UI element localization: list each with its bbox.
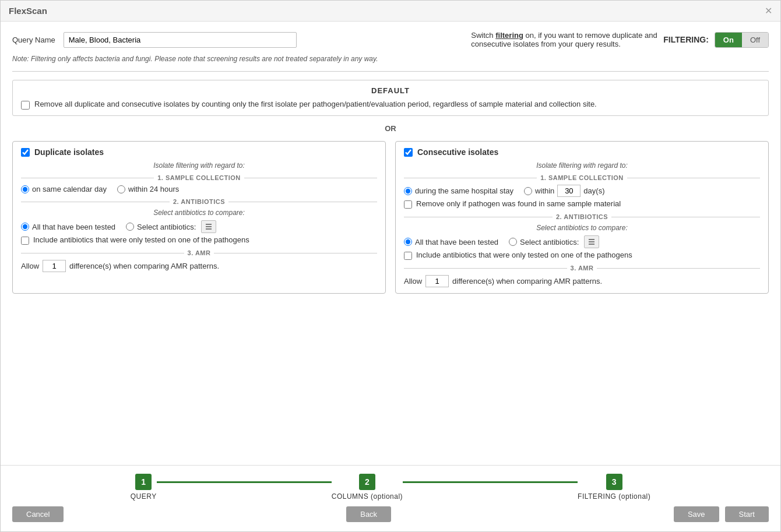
duplicate-radio-same-day-label: on same calendar day — [32, 185, 107, 193]
main-window: FlexScan ✕ Query Name Switch filtering o… — [0, 0, 781, 532]
default-checkbox-label: Remove all duplicate and consecutive iso… — [34, 100, 597, 108]
consecutive-allow-post: difference(s) when comparing AMR pattern… — [452, 277, 602, 286]
consecutive-select-antibiotics-button[interactable] — [584, 235, 599, 248]
duplicate-allow-input[interactable] — [43, 260, 66, 272]
duplicate-include-checkbox[interactable] — [21, 237, 29, 245]
duplicate-radio-select-ab-label: Select antibiotics: — [137, 223, 196, 231]
start-button[interactable]: Start — [725, 506, 769, 522]
step-2-num: 2 — [359, 474, 375, 490]
consecutive-include-checkbox-row: Include antibiotics that were only teste… — [404, 251, 760, 260]
duplicate-select-antibiotics-button[interactable] — [201, 220, 216, 233]
default-checkbox[interactable] — [21, 101, 30, 110]
step-2-label: COLUMNS (optional) — [332, 492, 403, 501]
duplicate-section3-header: 3. AMR — [21, 249, 377, 256]
duplicate-radio-select-ab: Select antibiotics: — [126, 220, 216, 233]
toggle-off-button[interactable]: Off — [742, 33, 768, 47]
consecutive-within-days-input[interactable] — [557, 185, 581, 197]
step-line-1 — [157, 481, 332, 483]
step-1-num: 1 — [135, 474, 152, 490]
duplicate-allow-row: Allow difference(s) when comparing AMR p… — [21, 260, 377, 272]
duplicate-panel-title-row: Duplicate isolates — [21, 147, 377, 157]
query-name-input[interactable] — [64, 32, 297, 48]
consecutive-radio-select-ab-input[interactable] — [509, 238, 517, 246]
duplicate-radio-all-tested-input[interactable] — [21, 223, 29, 231]
consecutive-allow-input[interactable] — [425, 275, 449, 287]
step-3: 3 FILTERING (optional) — [578, 474, 650, 501]
consecutive-section3-header: 3. AMR — [404, 265, 760, 272]
consecutive-panel: Consecutive isolates Isolate filtering w… — [395, 141, 769, 294]
step-1-label: QUERY — [131, 492, 157, 501]
default-section: DEFAULT Remove all duplicate and consecu… — [12, 80, 769, 116]
duplicate-radio-same-day-input[interactable] — [21, 185, 29, 193]
duplicate-include-label: Include antibiotics that were only teste… — [33, 235, 249, 244]
consecutive-checkbox[interactable] — [404, 148, 413, 157]
back-button[interactable]: Back — [346, 506, 391, 522]
duplicate-radio-select-ab-input[interactable] — [126, 223, 134, 231]
duplicate-panel-title: Duplicate isolates — [34, 147, 104, 157]
or-label: OR — [12, 124, 769, 133]
consecutive-antibiotics-label: Select antibiotics to compare: — [404, 224, 760, 232]
consecutive-radio-select-ab-label: Select antibiotics: — [520, 238, 579, 246]
consecutive-italic-label: Isolate filtering with regard to: — [404, 161, 760, 170]
close-button[interactable]: ✕ — [765, 5, 772, 16]
consecutive-radio-within-label: within — [535, 186, 554, 195]
consecutive-include-checkbox[interactable] — [404, 252, 412, 260]
step-1: 1 QUERY — [131, 474, 157, 501]
consecutive-section2-header: 2. ANTIBIOTICS — [404, 213, 760, 220]
query-name-label: Query Name — [12, 36, 55, 44]
step-3-label: FILTERING (optional) — [578, 492, 650, 501]
consecutive-radio-select-ab: Select antibiotics: — [509, 235, 599, 248]
consecutive-panel-title-row: Consecutive isolates — [404, 147, 760, 157]
duplicate-radio-24h-input[interactable] — [117, 185, 125, 193]
consecutive-radio-same-stay: during the same hospital stay — [404, 186, 513, 195]
center-btn-group: Back — [64, 506, 673, 522]
filter-switch-area: Switch filtering on, if you want to remo… — [471, 31, 769, 48]
consecutive-within-unit: day(s) — [583, 186, 604, 195]
consecutive-panel-title: Consecutive isolates — [417, 147, 498, 157]
duplicate-panel: Duplicate isolates Isolate filtering wit… — [12, 141, 386, 294]
consecutive-radio-all-tested: All that have been tested — [404, 238, 498, 246]
duplicate-antibiotics-radio-row: All that have been tested Select antibio… — [21, 220, 377, 233]
duplicate-section2-header: 2. ANTIBIOTICS — [21, 198, 377, 205]
consecutive-sample-radio-row: during the same hospital stay within day… — [404, 185, 760, 197]
consecutive-radio-same-stay-input[interactable] — [404, 187, 412, 195]
duplicate-radio-24h-label: within 24 hours — [128, 185, 179, 193]
duplicate-checkbox[interactable] — [21, 148, 30, 157]
consecutive-allow-row: Allow difference(s) when comparing AMR p… — [404, 275, 760, 287]
steps-row: 1 QUERY 2 COLUMNS (optional) 3 FILTERING… — [12, 474, 769, 501]
consecutive-remove-checkbox-row: Remove only if pathogen was found in sam… — [404, 199, 760, 209]
duplicate-radio-all-tested: All that have been tested — [21, 223, 115, 231]
footer: 1 QUERY 2 COLUMNS (optional) 3 FILTERING… — [1, 465, 780, 531]
duplicate-allow-pre: Allow — [21, 262, 39, 270]
filter-description: Switch filtering on, if you want to remo… — [471, 31, 657, 48]
save-button[interactable]: Save — [674, 506, 719, 522]
consecutive-radio-all-tested-label: All that have been tested — [415, 238, 498, 246]
cancel-button[interactable]: Cancel — [12, 506, 64, 522]
window-title: FlexScan — [9, 6, 47, 16]
list-icon-2 — [587, 238, 596, 246]
divider-1 — [12, 71, 769, 72]
toggle-on-button[interactable]: On — [715, 33, 742, 47]
step-2: 2 COLUMNS (optional) — [332, 474, 403, 501]
title-bar: FlexScan ✕ — [1, 1, 780, 22]
consecutive-radio-all-tested-input[interactable] — [404, 238, 412, 246]
main-content: Query Name Switch filtering on, if you w… — [1, 22, 780, 465]
duplicate-italic-label: Isolate filtering with regard to: — [21, 161, 377, 170]
duplicate-sample-radio-row: on same calendar day within 24 hours — [21, 185, 377, 193]
default-title: DEFAULT — [21, 86, 760, 95]
duplicate-radio-24h: within 24 hours — [117, 185, 179, 193]
filtering-label: FILTERING: — [663, 35, 709, 44]
consecutive-radio-within: within day(s) — [524, 185, 604, 197]
consecutive-allow-pre: Allow — [404, 277, 422, 286]
duplicate-antibiotics-label: Select antibiotics to compare: — [21, 209, 377, 217]
consecutive-antibiotics-radio-row: All that have been tested Select antibio… — [404, 235, 760, 248]
consecutive-radio-within-input[interactable] — [524, 187, 532, 195]
note-content: Note: Filtering only affects bacteria an… — [12, 55, 378, 63]
default-checkbox-row: Remove all duplicate and consecutive iso… — [21, 100, 760, 110]
consecutive-remove-checkbox[interactable] — [404, 200, 412, 209]
consecutive-include-label: Include antibiotics that were only teste… — [416, 251, 632, 259]
duplicate-section1-header: 1. SAMPLE COLLECTION — [21, 174, 377, 181]
step-3-num: 3 — [606, 474, 622, 490]
consecutive-remove-label: Remove only if pathogen was found in sam… — [416, 199, 621, 208]
panels-row: Duplicate isolates Isolate filtering wit… — [12, 141, 769, 294]
